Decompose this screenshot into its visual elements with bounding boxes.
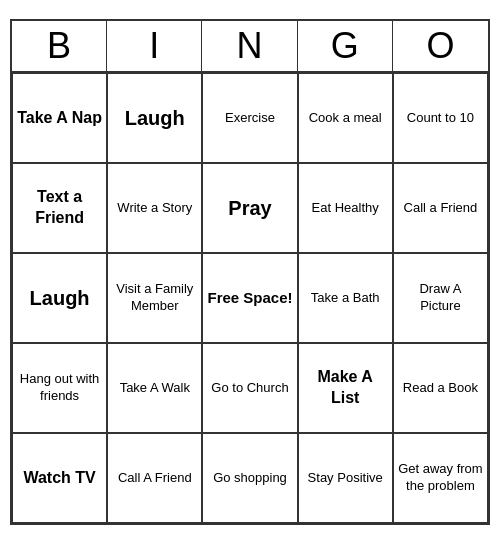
bingo-header: BINGO [12,21,488,73]
bingo-cell: Go to Church [202,343,297,433]
bingo-cell: Make A List [298,343,393,433]
bingo-cell: Get away from the problem [393,433,488,523]
bingo-cell: Text a Friend [12,163,107,253]
bingo-card: BINGO Take A NapLaughExerciseCook a meal… [10,19,490,525]
bingo-cell: Laugh [107,73,202,163]
bingo-cell: Read a Book [393,343,488,433]
header-letter: G [298,21,393,71]
bingo-cell: Call a Friend [393,163,488,253]
bingo-cell: Draw A Picture [393,253,488,343]
bingo-cell: Cook a meal [298,73,393,163]
bingo-cell: Call A Friend [107,433,202,523]
header-letter: N [202,21,297,71]
bingo-cell: Stay Positive [298,433,393,523]
bingo-cell: Go shopping [202,433,297,523]
bingo-cell: Take a Bath [298,253,393,343]
bingo-cell: Write a Story [107,163,202,253]
bingo-cell: Visit a Family Member [107,253,202,343]
header-letter: O [393,21,488,71]
header-letter: I [107,21,202,71]
bingo-cell: Take A Walk [107,343,202,433]
bingo-cell: Watch TV [12,433,107,523]
bingo-cell: Eat Healthy [298,163,393,253]
bingo-cell: Take A Nap [12,73,107,163]
header-letter: B [12,21,107,71]
bingo-cell: Hang out with friends [12,343,107,433]
bingo-cell: Free Space! [202,253,297,343]
bingo-cell: Count to 10 [393,73,488,163]
bingo-cell: Laugh [12,253,107,343]
bingo-grid: Take A NapLaughExerciseCook a mealCount … [12,73,488,523]
bingo-cell: Pray [202,163,297,253]
bingo-cell: Exercise [202,73,297,163]
